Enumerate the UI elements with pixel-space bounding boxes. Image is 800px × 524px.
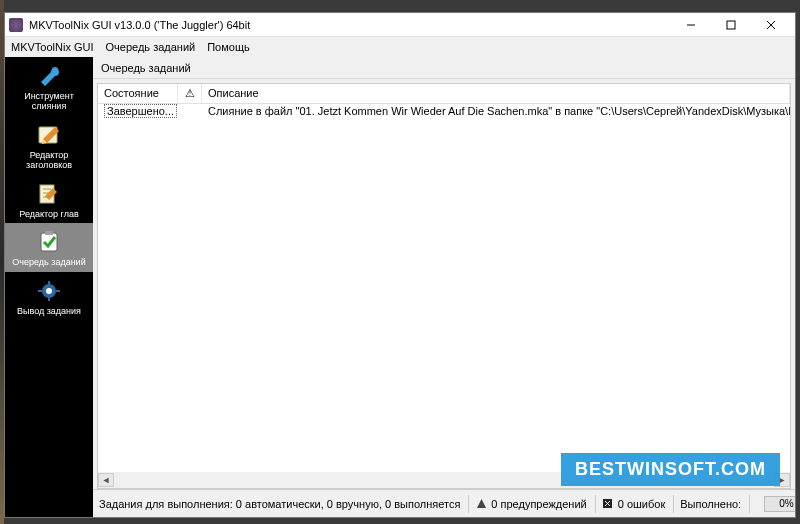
col-warn[interactable]: ⚠ — [178, 84, 202, 103]
svg-point-13 — [46, 288, 52, 294]
cell-state: Завершено... — [98, 104, 178, 122]
error-icon — [602, 498, 614, 510]
menu-item-help[interactable]: Помощь — [207, 41, 250, 53]
svg-point-4 — [52, 67, 58, 73]
svg-rect-1 — [727, 21, 735, 29]
watermark: BESTWINSOFT.COM — [561, 453, 780, 486]
menu-item-queue[interactable]: Очередь заданий — [106, 41, 196, 53]
sidebar-item-merge[interactable]: Инструмент слияния — [5, 57, 93, 116]
sidebar-item-header-editor[interactable]: Редактор заголовков — [5, 116, 93, 175]
pencil-icon — [34, 122, 64, 148]
svg-rect-11 — [45, 231, 53, 235]
window-title: MKVToolNix GUI v13.0.0 ('The Juggler') 6… — [29, 19, 250, 31]
sidebar-item-job-output[interactable]: Вывод задания — [5, 272, 93, 321]
col-description[interactable]: Описание — [202, 84, 790, 103]
scroll-left-icon[interactable]: ◄ — [98, 473, 114, 487]
maximize-button[interactable] — [711, 15, 751, 35]
table-row[interactable]: Завершено... Слияние в файл "01. Jetzt K… — [98, 104, 790, 122]
sidebar-label: Очередь заданий — [12, 258, 85, 268]
close-icon — [766, 20, 776, 30]
table-header: Состояние ⚠ Описание — [98, 84, 790, 104]
cell-description: Слияние в файл "01. Jetzt Kommen Wir Wie… — [202, 104, 790, 122]
wrench-icon — [34, 63, 64, 89]
sidebar-label: Инструмент слияния — [7, 92, 91, 112]
panel-title: Очередь заданий — [93, 57, 795, 79]
svg-rect-14 — [48, 281, 50, 285]
status-errors: 0 ошибок — [618, 498, 666, 510]
menubar: MKVToolNix GUI Очередь заданий Помощь — [5, 37, 795, 57]
menu-item-app[interactable]: MKVToolNix GUI — [11, 41, 94, 53]
warning-icon — [475, 498, 487, 510]
sidebar-label: Редактор заголовков — [7, 151, 91, 171]
svg-rect-10 — [41, 233, 57, 251]
main-panel: Очередь заданий Состояние ⚠ Описание Зав… — [93, 57, 795, 517]
status-pending: Задания для выполнения: 0 автоматически,… — [97, 495, 460, 513]
svg-rect-15 — [48, 297, 50, 301]
minimize-button[interactable] — [671, 15, 711, 35]
sidebar-item-chapter-editor[interactable]: Редактор глав — [5, 175, 93, 224]
checklist-icon — [34, 229, 64, 255]
minimize-icon — [686, 20, 696, 30]
app-icon — [9, 18, 23, 32]
progress-current: 0% — [764, 496, 795, 512]
app-window: MKVToolNix GUI v13.0.0 ('The Juggler') 6… — [4, 12, 796, 518]
paper-pencil-icon — [34, 181, 64, 207]
status-done-label: Выполнено: — [673, 495, 741, 513]
cell-warn — [178, 104, 202, 122]
maximize-icon — [726, 20, 736, 30]
sidebar-label: Вывод задания — [17, 307, 81, 317]
statusbar: Задания для выполнения: 0 автоматически,… — [93, 489, 795, 517]
svg-rect-16 — [38, 290, 42, 292]
gear-icon — [34, 278, 64, 304]
svg-rect-17 — [56, 290, 60, 292]
col-state[interactable]: Состояние — [98, 84, 178, 103]
titlebar[interactable]: MKVToolNix GUI v13.0.0 ('The Juggler') 6… — [5, 13, 795, 37]
sidebar-label: Редактор глав — [19, 210, 78, 220]
job-table[interactable]: Состояние ⚠ Описание Завершено... Слияни… — [97, 83, 791, 489]
sidebar-item-job-queue[interactable]: Очередь заданий — [5, 223, 93, 272]
sidebar: Инструмент слияния Редактор заголовков Р… — [5, 57, 93, 517]
close-button[interactable] — [751, 15, 791, 35]
status-warnings: 0 предупреждений — [491, 498, 586, 510]
